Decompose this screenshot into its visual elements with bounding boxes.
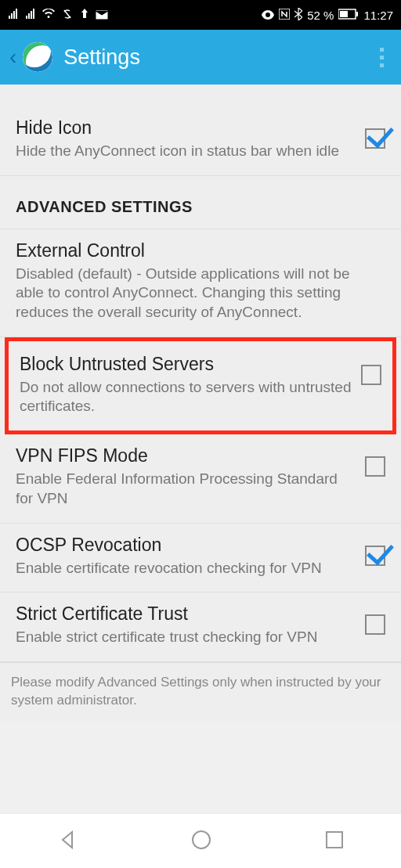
setting-title: OCSP Revocation: [16, 535, 356, 556]
setting-ocsp[interactable]: OCSP Revocation Enable certificate revoc…: [0, 524, 401, 593]
checkbox-vpn-fips[interactable]: [365, 456, 385, 477]
setting-vpn-fips[interactable]: VPN FIPS Mode Enable Federal Information…: [0, 434, 401, 523]
signal-icon: [25, 9, 36, 22]
setting-block-untrusted[interactable]: Block Untrusted Servers Do not allow con…: [9, 341, 392, 430]
nav-home-icon[interactable]: [190, 829, 212, 854]
nfc-icon: [279, 9, 290, 22]
setting-strict-cert[interactable]: Strict Certificate Trust Enable strict c…: [0, 592, 401, 662]
battery-percent: 52 %: [307, 9, 334, 22]
battery-icon: [338, 9, 359, 22]
back-icon[interactable]: ‹: [9, 45, 16, 70]
wifi-icon: [42, 9, 55, 22]
navigation-bar: [0, 813, 401, 868]
status-bar: 52 % 11:27: [0, 0, 401, 30]
overflow-menu-icon[interactable]: [372, 40, 392, 75]
app-bar: ‹ Settings: [0, 30, 401, 85]
setting-desc: Hide the AnyConnect icon in status bar w…: [16, 142, 356, 161]
nav-recent-icon[interactable]: [324, 830, 345, 853]
setting-hide-icon[interactable]: Hide Icon Hide the AnyConnect icon in st…: [0, 106, 401, 176]
checkbox-hide-icon[interactable]: [365, 128, 385, 149]
setting-desc: Disabled (default) - Outside application…: [16, 265, 376, 322]
setting-external-control[interactable]: External Control Disabled (default) - Ou…: [0, 229, 401, 337]
setting-title: External Control: [16, 240, 376, 261]
setting-desc: Enable certificate revocation checking f…: [16, 559, 356, 578]
setting-title: Strict Certificate Trust: [16, 603, 356, 625]
sync-off-icon: [61, 9, 74, 22]
setting-desc: Enable Federal Information Processing St…: [16, 470, 356, 508]
settings-list: Hide Icon Hide the AnyConnect icon in st…: [0, 85, 401, 721]
highlight-annotation: Block Untrusted Servers Do not allow con…: [5, 337, 396, 434]
app-logo-icon: [23, 42, 52, 72]
section-header: ADVANCED SETTINGS: [0, 176, 401, 229]
mail-icon: [96, 9, 108, 22]
footer-note: Please modify Advanced Settings only whe…: [0, 662, 401, 721]
checkbox-block-untrusted[interactable]: [361, 365, 381, 385]
setting-desc: Do not allow connections to servers with…: [20, 378, 352, 416]
svg-point-4: [193, 831, 210, 848]
nav-back-icon[interactable]: [56, 829, 78, 854]
svg-rect-5: [327, 832, 342, 848]
checkbox-ocsp[interactable]: [365, 546, 385, 566]
checkbox-strict-cert[interactable]: [365, 614, 385, 635]
svg-rect-2: [340, 11, 348, 17]
setting-title: VPN FIPS Mode: [16, 445, 356, 466]
bluetooth-icon: [294, 8, 302, 23]
page-title: Settings: [63, 45, 372, 70]
setting-title: Block Untrusted Servers: [20, 354, 352, 375]
setting-title: Hide Icon: [16, 117, 356, 139]
svg-rect-3: [356, 12, 358, 16]
upload-icon: [80, 9, 89, 22]
setting-desc: Enable strict certificate trust checking…: [16, 628, 356, 647]
signal-icon: [8, 9, 19, 22]
clock-text: 11:27: [363, 9, 393, 22]
eye-icon: [262, 9, 274, 22]
